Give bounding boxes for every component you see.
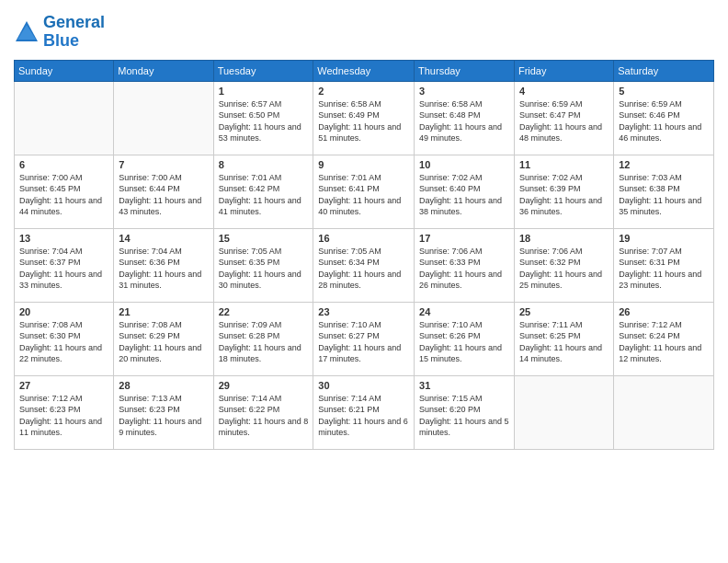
cell-line: Daylight: 11 hours and 44 minutes. <box>19 196 102 217</box>
calendar-cell: 15Sunrise: 7:05 AMSunset: 6:35 PMDayligh… <box>213 228 313 302</box>
cell-line: Sunrise: 7:02 AM <box>419 173 483 182</box>
cell-line: Sunrise: 7:02 AM <box>519 173 583 182</box>
cell-line: Daylight: 11 hours and 38 minutes. <box>419 196 502 217</box>
day-number: 18 <box>519 233 609 244</box>
header: General Blue <box>14 14 714 51</box>
day-number: 28 <box>119 380 208 391</box>
cell-line: Sunset: 6:29 PM <box>119 331 180 340</box>
cell-line: Sunset: 6:50 PM <box>219 110 280 120</box>
cell-line: Sunrise: 7:03 AM <box>619 173 682 182</box>
cell-content: Sunrise: 7:08 AMSunset: 6:30 PMDaylight:… <box>19 319 108 365</box>
col-header-wednesday: Wednesday <box>313 60 415 81</box>
day-number: 27 <box>19 380 108 391</box>
cell-line: Sunrise: 7:12 AM <box>19 394 83 403</box>
cell-line: Sunset: 6:27 PM <box>318 331 380 340</box>
cell-content: Sunrise: 7:06 AMSunset: 6:32 PMDaylight:… <box>519 246 609 292</box>
cell-content: Sunrise: 7:02 AMSunset: 6:39 PMDaylight:… <box>519 172 609 218</box>
calendar-cell: 11Sunrise: 7:02 AMSunset: 6:39 PMDayligh… <box>514 155 613 228</box>
cell-line: Sunrise: 7:01 AM <box>219 173 282 182</box>
day-number: 22 <box>219 306 309 317</box>
cell-line: Sunrise: 7:08 AM <box>19 320 83 329</box>
cell-line: Sunset: 6:26 PM <box>419 331 481 340</box>
cell-line: Sunrise: 7:05 AM <box>219 247 282 256</box>
cell-content: Sunrise: 7:14 AMSunset: 6:21 PMDaylight:… <box>318 393 409 439</box>
cell-line: Sunset: 6:21 PM <box>318 405 380 414</box>
cell-content: Sunrise: 7:07 AMSunset: 6:31 PMDaylight:… <box>619 246 709 292</box>
day-number: 3 <box>419 86 509 97</box>
cell-line: Daylight: 11 hours and 23 minutes. <box>619 270 701 291</box>
cell-line: Daylight: 11 hours and 12 minutes. <box>619 343 701 364</box>
cell-content: Sunrise: 7:12 AMSunset: 6:23 PMDaylight:… <box>19 393 108 439</box>
day-number: 31 <box>419 380 509 391</box>
cell-line: Sunrise: 7:10 AM <box>318 320 381 329</box>
day-number: 30 <box>318 380 409 391</box>
cell-line: Sunrise: 7:12 AM <box>619 320 682 329</box>
cell-line: Daylight: 11 hours and 5 minutes. <box>419 417 509 438</box>
cell-content: Sunrise: 7:13 AMSunset: 6:23 PMDaylight:… <box>119 393 208 439</box>
day-number: 4 <box>519 86 609 97</box>
cell-content: Sunrise: 7:01 AMSunset: 6:41 PMDaylight:… <box>318 172 409 218</box>
calendar-cell: 20Sunrise: 7:08 AMSunset: 6:30 PMDayligh… <box>15 302 114 375</box>
cell-line: Sunrise: 6:59 AM <box>619 99 682 109</box>
cell-content: Sunrise: 6:59 AMSunset: 6:46 PMDaylight:… <box>619 98 709 144</box>
cell-content: Sunrise: 7:04 AMSunset: 6:36 PMDaylight:… <box>119 246 208 292</box>
logo: General Blue <box>14 14 105 51</box>
calendar-cell: 13Sunrise: 7:04 AMSunset: 6:37 PMDayligh… <box>15 228 114 302</box>
cell-line: Sunrise: 7:04 AM <box>19 247 83 256</box>
cell-line: Sunset: 6:23 PM <box>119 405 180 414</box>
cell-line: Sunset: 6:31 PM <box>619 258 680 267</box>
cell-line: Sunrise: 7:00 AM <box>119 173 182 182</box>
cell-line: Daylight: 11 hours and 26 minutes. <box>419 270 502 291</box>
calendar-cell: 25Sunrise: 7:11 AMSunset: 6:25 PMDayligh… <box>514 302 613 375</box>
calendar-cell: 8Sunrise: 7:01 AMSunset: 6:42 PMDaylight… <box>213 155 313 228</box>
cell-line: Daylight: 11 hours and 51 minutes. <box>318 122 401 144</box>
calendar-cell: 17Sunrise: 7:06 AMSunset: 6:33 PMDayligh… <box>415 228 515 302</box>
calendar-cell: 18Sunrise: 7:06 AMSunset: 6:32 PMDayligh… <box>514 228 613 302</box>
calendar-cell: 19Sunrise: 7:07 AMSunset: 6:31 PMDayligh… <box>614 228 714 302</box>
cell-line: Sunrise: 7:11 AM <box>519 320 583 329</box>
calendar-cell: 2Sunrise: 6:58 AMSunset: 6:49 PMDaylight… <box>313 81 415 155</box>
day-number: 15 <box>219 233 309 244</box>
col-header-friday: Friday <box>514 60 613 81</box>
calendar-cell: 24Sunrise: 7:10 AMSunset: 6:26 PMDayligh… <box>415 302 515 375</box>
cell-line: Sunrise: 7:06 AM <box>419 247 483 256</box>
cell-content: Sunrise: 7:06 AMSunset: 6:33 PMDaylight:… <box>419 246 509 292</box>
calendar-cell: 7Sunrise: 7:00 AMSunset: 6:44 PMDaylight… <box>114 155 213 228</box>
cell-line: Daylight: 11 hours and 28 minutes. <box>318 270 401 291</box>
cell-content: Sunrise: 7:09 AMSunset: 6:28 PMDaylight:… <box>219 319 309 365</box>
cell-line: Sunset: 6:45 PM <box>19 184 81 193</box>
cell-line: Sunset: 6:30 PM <box>19 331 81 340</box>
cell-line: Sunset: 6:38 PM <box>619 184 680 193</box>
cell-line: Sunset: 6:22 PM <box>219 405 280 414</box>
day-number: 6 <box>19 159 108 170</box>
cell-line: Sunrise: 6:58 AM <box>318 99 381 109</box>
day-number: 8 <box>219 159 309 170</box>
cell-line: Daylight: 11 hours and 49 minutes. <box>419 122 502 144</box>
calendar-cell: 27Sunrise: 7:12 AMSunset: 6:23 PMDayligh… <box>15 375 114 449</box>
cell-line: Daylight: 11 hours and 6 minutes. <box>318 417 408 438</box>
cell-line: Sunset: 6:46 PM <box>619 110 680 120</box>
day-number: 25 <box>519 306 609 317</box>
day-number: 20 <box>19 306 108 317</box>
cell-line: Daylight: 11 hours and 48 minutes. <box>519 122 602 144</box>
calendar-cell: 9Sunrise: 7:01 AMSunset: 6:41 PMDaylight… <box>313 155 415 228</box>
cell-content: Sunrise: 7:11 AMSunset: 6:25 PMDaylight:… <box>519 319 609 365</box>
cell-line: Sunset: 6:36 PM <box>119 258 180 267</box>
calendar-cell: 16Sunrise: 7:05 AMSunset: 6:34 PMDayligh… <box>313 228 415 302</box>
page: General Blue SundayMondayTuesdayWednesda… <box>0 0 728 563</box>
cell-line: Daylight: 11 hours and 33 minutes. <box>19 270 102 291</box>
cell-content: Sunrise: 6:57 AMSunset: 6:50 PMDaylight:… <box>219 98 309 144</box>
week-row-4: 27Sunrise: 7:12 AMSunset: 6:23 PMDayligh… <box>15 375 714 449</box>
cell-line: Sunrise: 6:59 AM <box>519 99 583 109</box>
day-number: 23 <box>318 306 409 317</box>
logo-icon <box>14 19 40 45</box>
calendar-cell: 31Sunrise: 7:15 AMSunset: 6:20 PMDayligh… <box>415 375 515 449</box>
cell-line: Daylight: 11 hours and 9 minutes. <box>119 417 201 438</box>
cell-line: Sunset: 6:24 PM <box>619 331 680 340</box>
day-number: 16 <box>318 233 409 244</box>
cell-line: Daylight: 11 hours and 53 minutes. <box>219 122 301 144</box>
calendar-header-row: SundayMondayTuesdayWednesdayThursdayFrid… <box>15 60 714 81</box>
day-number: 2 <box>318 86 409 97</box>
calendar-cell: 1Sunrise: 6:57 AMSunset: 6:50 PMDaylight… <box>213 81 313 155</box>
cell-line: Sunrise: 7:01 AM <box>318 173 381 182</box>
